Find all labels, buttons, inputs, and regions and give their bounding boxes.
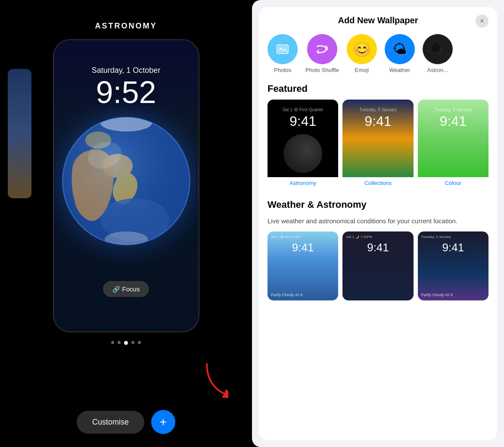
focus-label: Focus: [122, 285, 140, 293]
right-panel: Add New Wallpaper × Photos: [252, 0, 504, 447]
bottom-action-bar: Customise +: [77, 410, 175, 434]
phone-time: 9:52: [96, 77, 156, 108]
colour-card-date: Tuesday, 9 January: [434, 107, 472, 112]
left-panel: ASTRONOMY Saturday, 1 October 9:52: [0, 0, 252, 447]
collections-card-date: Tuesday, 9 January: [359, 107, 397, 112]
phone-screen: Saturday, 1 October 9:52: [54, 40, 199, 331]
svg-point-15: [432, 44, 440, 52]
wcard-3-time: 9:41: [442, 241, 464, 254]
featured-header: Featured: [259, 81, 497, 100]
wcard-1-info: Partly Cloudy 42 6: [271, 293, 335, 297]
category-photos[interactable]: Photos: [268, 34, 298, 74]
dot-4: [138, 341, 141, 344]
wallpaper-card-colour[interactable]: Tuesday, 9 January 9:41 Colour: [418, 100, 488, 186]
photos-label: Photos: [274, 67, 291, 74]
page-dots: [111, 341, 141, 345]
astronomy-card-label: Astronomy: [268, 180, 338, 186]
weather-section-desc: Live weather and astronomical conditions…: [259, 216, 497, 231]
modal-sheet[interactable]: Add New Wallpaper × Photos: [259, 7, 497, 440]
wallpaper-card-astronomy[interactable]: Sat 1 ⦿ First Quarter 9:41 Astronomy: [268, 100, 338, 186]
wcard-2-time: 9:41: [367, 241, 389, 254]
focus-icon: 🔗: [112, 286, 120, 293]
colour-card-label: Colour: [418, 180, 488, 186]
weather-card-1[interactable]: Sat 1 🌤 New Delhi 9:41 Partly Cloudy 42 …: [268, 231, 338, 300]
arrow-indicator: [202, 363, 228, 400]
astro-icon: [423, 34, 453, 64]
category-emoji[interactable]: 😊 Emoji: [347, 34, 377, 74]
phone-mockup: Saturday, 1 October 9:52: [53, 39, 199, 332]
colour-card-inner: Tuesday, 9 January 9:41: [418, 100, 488, 177]
wcard-1-top: Sat 1 🌤 New Delhi: [271, 235, 335, 239]
add-wallpaper-button[interactable]: +: [151, 410, 175, 434]
focus-button[interactable]: 🔗 Focus: [103, 281, 149, 297]
wallpaper-card-collections[interactable]: Tuesday, 9 January 9:41 Collections: [342, 100, 413, 186]
shuffle-icon: [307, 34, 337, 64]
weather-section-header: Weather & Astronomy: [259, 197, 497, 216]
category-shuffle[interactable]: Photo Shuffle: [305, 34, 339, 74]
customise-button[interactable]: Customise: [77, 411, 144, 434]
modal-title: Add New Wallpaper: [338, 16, 418, 25]
astronomy-title: ASTRONOMY: [95, 22, 157, 31]
weather-icon: 🌤: [385, 34, 415, 64]
astronomy-card-time: 9:41: [289, 113, 316, 129]
wcard-2-top: Sat 1 🌙 7:32PM: [346, 235, 410, 239]
phone-date: Saturday, 1 October: [92, 66, 161, 75]
collections-card-time: 9:41: [364, 113, 391, 129]
weather-cards-row: Sat 1 🌤 New Delhi 9:41 Partly Cloudy 42 …: [259, 231, 497, 300]
categories-row: Photos Photo Shuffle 😊 Emoji: [259, 30, 497, 81]
category-weather[interactable]: 🌤 Weather: [385, 34, 415, 74]
featured-grid: Sat 1 ⦿ First Quarter 9:41 Astronomy Tue…: [259, 100, 497, 190]
photos-icon: [268, 34, 298, 64]
dot-1: [118, 341, 121, 344]
dot-2-active: [124, 341, 128, 345]
shuffle-label: Photo Shuffle: [305, 67, 339, 74]
emoji-label: Emoji: [355, 67, 369, 74]
weather-card-2[interactable]: Sat 1 🌙 7:32PM 9:41: [342, 231, 413, 300]
wcard-3-top: Tuesday, 9 January: [421, 235, 485, 239]
astronomy-card-date: Sat 1 ⦿ First Quarter: [283, 107, 324, 112]
modal-header: Add New Wallpaper ×: [259, 7, 497, 30]
weather-label: Weather: [389, 67, 410, 74]
category-astro[interactable]: Astron...: [423, 34, 453, 74]
moon-visual: [283, 134, 322, 173]
collections-card-label: Collections: [342, 180, 413, 186]
emoji-icon: 😊: [347, 34, 377, 64]
close-button[interactable]: ×: [476, 15, 488, 28]
dot-3: [131, 341, 134, 344]
weather-card-3[interactable]: Tuesday, 9 January 9:41 Partly Cloudy 42…: [418, 231, 488, 300]
wcard-3-info: Partly Cloudy 42 6: [421, 293, 485, 297]
astronomy-card-inner: Sat 1 ⦿ First Quarter 9:41: [268, 100, 338, 177]
wcard-1-time: 9:41: [292, 241, 314, 254]
side-wallpaper-peek: [8, 69, 31, 198]
plus-icon: +: [160, 415, 167, 429]
astro-label: Astron...: [427, 67, 448, 74]
colour-card-time: 9:41: [440, 113, 467, 129]
svg-rect-12: [279, 47, 286, 52]
collections-card-inner: Tuesday, 9 January 9:41: [342, 100, 413, 177]
dot-0: [111, 341, 114, 344]
earth-globe: [62, 116, 191, 246]
